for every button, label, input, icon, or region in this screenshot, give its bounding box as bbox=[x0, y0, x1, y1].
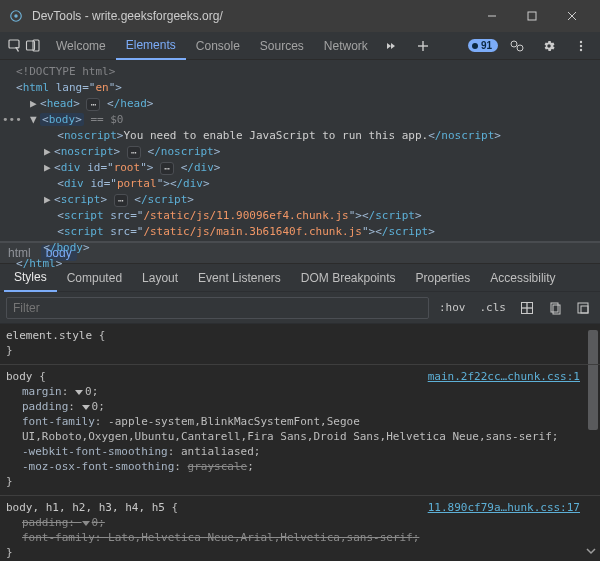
rule-selector[interactable]: body, h1, h2, h3, h4, h5 bbox=[6, 501, 165, 514]
css-declaration[interactable]: padding: 0; bbox=[6, 399, 594, 414]
ellipsis-icon[interactable]: ⋯ bbox=[114, 194, 128, 207]
dom-script-empty[interactable]: ▶<script> ⋯ </script> bbox=[6, 192, 594, 208]
dom-tree[interactable]: <!DOCTYPE html> <html lang="en"> ▶<head>… bbox=[0, 60, 600, 242]
svg-rect-6 bbox=[9, 40, 19, 48]
svg-point-14 bbox=[580, 44, 582, 46]
rule-element-style[interactable]: element.style { } bbox=[0, 324, 600, 365]
rule-body-main[interactable]: main.2f22cc…chunk.css:1 body { margin: 0… bbox=[0, 365, 600, 496]
styles-filter-row: :hov .cls bbox=[0, 292, 600, 324]
svg-point-15 bbox=[580, 48, 582, 50]
tab-console[interactable]: Console bbox=[186, 32, 250, 60]
tab-welcome[interactable]: Welcome bbox=[46, 32, 116, 60]
issues-count: 91 bbox=[481, 40, 492, 51]
dom-script-src2[interactable]: <script src="/static/js/main.3b61640f.ch… bbox=[6, 224, 594, 240]
settings-gear-icon[interactable] bbox=[536, 33, 562, 59]
cls-toggle[interactable]: .cls bbox=[476, 299, 511, 316]
dom-html-open[interactable]: <html lang="en"> bbox=[6, 80, 594, 96]
styles-pane[interactable]: element.style { } main.2f22cc…chunk.css:… bbox=[0, 324, 600, 561]
dom-div-portal[interactable]: <div id="portal"></div> bbox=[6, 176, 594, 192]
inspect-element-icon[interactable] bbox=[6, 33, 24, 59]
tab-elements[interactable]: Elements bbox=[116, 32, 186, 60]
ellipsis-icon[interactable]: ⋯ bbox=[86, 98, 100, 111]
css-declaration[interactable]: -webkit-font-smoothing: antialiased; bbox=[6, 444, 594, 459]
dom-body-close[interactable]: </body> bbox=[6, 240, 594, 256]
rendering-icon[interactable] bbox=[504, 33, 530, 59]
rule-source-link[interactable]: 11.890cf79a…hunk.css:17 bbox=[428, 500, 580, 515]
svg-point-12 bbox=[517, 45, 523, 51]
css-declaration[interactable]: margin: 0; bbox=[6, 384, 594, 399]
svg-point-13 bbox=[580, 40, 582, 42]
devtools-logo-icon bbox=[8, 8, 24, 24]
main-toolbar: Welcome Elements Console Sources Network… bbox=[0, 32, 600, 60]
rule-source-link[interactable]: main.2f22cc…chunk.css:1 bbox=[428, 369, 580, 384]
more-tabs-icon[interactable] bbox=[378, 33, 404, 59]
dom-div-root[interactable]: ▶<div id="root"> ⋯ </div> bbox=[6, 160, 594, 176]
svg-rect-19 bbox=[551, 303, 558, 312]
css-declaration[interactable]: padding: 0; bbox=[6, 515, 594, 530]
tab-sources[interactable]: Sources bbox=[250, 32, 314, 60]
css-declaration[interactable]: font-family: -apple-system,BlinkMacSyste… bbox=[6, 414, 594, 444]
new-style-rule-icon[interactable] bbox=[516, 297, 538, 319]
copy-styles-icon[interactable] bbox=[544, 297, 566, 319]
dom-doctype[interactable]: <!DOCTYPE html> bbox=[16, 65, 115, 78]
new-tab-icon[interactable] bbox=[410, 33, 436, 59]
minimize-button[interactable] bbox=[472, 0, 512, 32]
css-declaration[interactable]: font-family: Lato,Helvetica Neue,Arial,H… bbox=[6, 530, 594, 545]
panel-tabs: Welcome Elements Console Sources Network bbox=[46, 32, 378, 60]
rule-selector[interactable]: body bbox=[6, 370, 33, 383]
svg-point-1 bbox=[14, 14, 18, 18]
dom-noscript-2[interactable]: ▶<noscript> ⋯ </noscript> bbox=[6, 144, 594, 160]
close-window-button[interactable] bbox=[552, 0, 592, 32]
dom-script-src1[interactable]: <script src="/static/js/11.90096ef4.chun… bbox=[6, 208, 594, 224]
maximize-button[interactable] bbox=[512, 0, 552, 32]
svg-point-11 bbox=[511, 41, 517, 47]
ellipsis-icon[interactable]: ⋯ bbox=[160, 162, 174, 175]
dom-body-open[interactable]: •••▼<body> == $0 bbox=[6, 112, 594, 128]
dom-noscript-1[interactable]: <noscript>You need to enable JavaScript … bbox=[6, 128, 594, 144]
device-toolbar-icon[interactable] bbox=[24, 33, 42, 59]
kebab-menu-icon[interactable] bbox=[568, 33, 594, 59]
toggle-rendering-icon[interactable] bbox=[572, 297, 594, 319]
titlebar: DevTools - write.geeksforgeeks.org/ bbox=[0, 0, 600, 32]
rule-selector[interactable]: element.style bbox=[6, 329, 92, 342]
rule-body-headings[interactable]: 11.890cf79a…hunk.css:17 body, h1, h2, h3… bbox=[0, 496, 600, 561]
svg-rect-21 bbox=[578, 303, 588, 313]
window-title: DevTools - write.geeksforgeeks.org/ bbox=[32, 9, 472, 23]
issues-dot-icon bbox=[472, 43, 478, 49]
dom-html-close[interactable]: </html> bbox=[6, 256, 594, 272]
dom-head[interactable]: ▶<head> ⋯ </head> bbox=[6, 96, 594, 112]
tab-network[interactable]: Network bbox=[314, 32, 378, 60]
issues-badge[interactable]: 91 bbox=[468, 39, 498, 52]
hov-toggle[interactable]: :hov bbox=[435, 299, 470, 316]
svg-rect-22 bbox=[581, 306, 588, 313]
css-declaration[interactable]: -moz-osx-font-smoothing: grayscale; bbox=[6, 459, 594, 474]
ellipsis-icon[interactable]: ⋯ bbox=[127, 146, 141, 159]
styles-filter-input[interactable] bbox=[6, 297, 429, 319]
svg-rect-20 bbox=[553, 305, 560, 314]
svg-rect-3 bbox=[528, 12, 536, 20]
